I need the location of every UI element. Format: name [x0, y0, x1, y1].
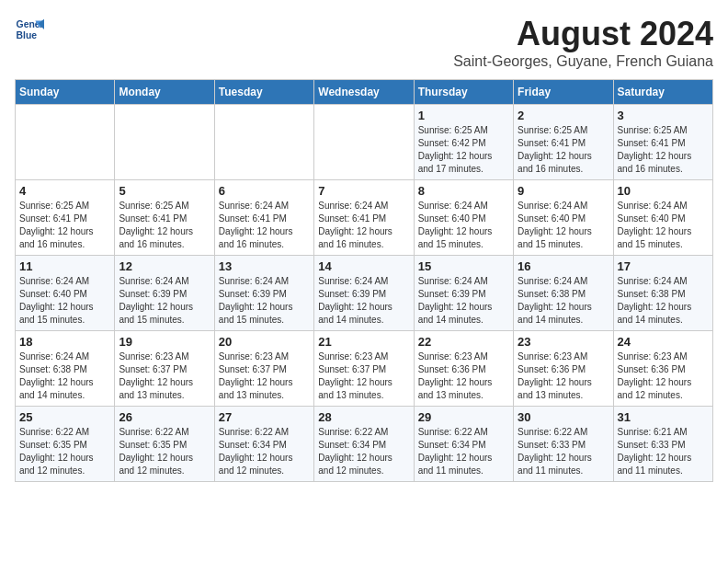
weekday-header-saturday: Saturday [613, 80, 712, 105]
calendar-cell: 18Sunrise: 6:24 AM Sunset: 6:38 PM Dayli… [16, 331, 115, 407]
day-info: Sunrise: 6:22 AM Sunset: 6:34 PM Dayligh… [418, 426, 509, 477]
day-number: 17 [618, 259, 709, 273]
day-number: 10 [618, 184, 709, 198]
day-info: Sunrise: 6:24 AM Sunset: 6:40 PM Dayligh… [618, 200, 709, 251]
calendar-cell: 6Sunrise: 6:24 AM Sunset: 6:41 PM Daylig… [214, 180, 313, 256]
day-info: Sunrise: 6:22 AM Sunset: 6:33 PM Dayligh… [518, 426, 609, 477]
day-number: 13 [219, 259, 310, 273]
day-info: Sunrise: 6:24 AM Sunset: 6:38 PM Dayligh… [518, 275, 609, 327]
day-info: Sunrise: 6:22 AM Sunset: 6:35 PM Dayligh… [19, 426, 110, 477]
calendar-cell: 9Sunrise: 6:24 AM Sunset: 6:40 PM Daylig… [514, 180, 613, 256]
day-info: Sunrise: 6:24 AM Sunset: 6:40 PM Dayligh… [418, 200, 509, 251]
calendar-cell: 31Sunrise: 6:21 AM Sunset: 6:33 PM Dayli… [613, 407, 712, 482]
calendar-week-row: 18Sunrise: 6:24 AM Sunset: 6:38 PM Dayli… [16, 331, 713, 407]
calendar-cell: 10Sunrise: 6:24 AM Sunset: 6:40 PM Dayli… [613, 180, 712, 256]
day-number: 8 [418, 184, 509, 198]
calendar-cell: 21Sunrise: 6:23 AM Sunset: 6:37 PM Dayli… [314, 331, 414, 407]
day-number: 26 [119, 410, 210, 424]
day-info: Sunrise: 6:23 AM Sunset: 6:37 PM Dayligh… [119, 350, 210, 402]
calendar-cell: 17Sunrise: 6:24 AM Sunset: 6:38 PM Dayli… [613, 256, 712, 331]
day-info: Sunrise: 6:22 AM Sunset: 6:34 PM Dayligh… [219, 426, 310, 477]
day-number: 15 [418, 259, 509, 273]
day-info: Sunrise: 6:24 AM Sunset: 6:41 PM Dayligh… [318, 200, 409, 251]
calendar-cell: 19Sunrise: 6:23 AM Sunset: 6:37 PM Dayli… [115, 331, 214, 407]
day-number: 7 [318, 184, 409, 198]
calendar-cell: 12Sunrise: 6:24 AM Sunset: 6:39 PM Dayli… [115, 256, 214, 331]
calendar-week-row: 4Sunrise: 6:25 AM Sunset: 6:41 PM Daylig… [16, 180, 713, 256]
calendar-cell: 20Sunrise: 6:23 AM Sunset: 6:37 PM Dayli… [214, 331, 313, 407]
day-number: 5 [119, 184, 210, 198]
calendar-cell: 13Sunrise: 6:24 AM Sunset: 6:39 PM Dayli… [214, 256, 313, 331]
weekday-header-thursday: Thursday [414, 80, 513, 105]
day-number: 25 [19, 410, 110, 424]
calendar-cell: 8Sunrise: 6:24 AM Sunset: 6:40 PM Daylig… [414, 180, 513, 256]
day-number: 27 [219, 410, 310, 424]
day-number: 31 [618, 410, 709, 424]
calendar-cell: 7Sunrise: 6:24 AM Sunset: 6:41 PM Daylig… [314, 180, 414, 256]
calendar-cell [16, 105, 115, 180]
day-number: 14 [318, 259, 409, 273]
calendar-cell: 27Sunrise: 6:22 AM Sunset: 6:34 PM Dayli… [214, 407, 313, 482]
day-info: Sunrise: 6:23 AM Sunset: 6:36 PM Dayligh… [518, 350, 609, 402]
day-info: Sunrise: 6:23 AM Sunset: 6:37 PM Dayligh… [318, 350, 409, 402]
day-number: 16 [518, 259, 609, 273]
weekday-header-row: SundayMondayTuesdayWednesdayThursdayFrid… [16, 80, 713, 105]
logo: General Blue [15, 15, 44, 44]
day-info: Sunrise: 6:24 AM Sunset: 6:39 PM Dayligh… [119, 275, 210, 327]
day-number: 4 [19, 184, 110, 198]
weekday-header-friday: Friday [514, 80, 613, 105]
calendar-cell: 5Sunrise: 6:25 AM Sunset: 6:41 PM Daylig… [115, 180, 214, 256]
calendar-table: SundayMondayTuesdayWednesdayThursdayFrid… [15, 79, 713, 482]
day-info: Sunrise: 6:25 AM Sunset: 6:41 PM Dayligh… [19, 200, 110, 251]
calendar-cell: 11Sunrise: 6:24 AM Sunset: 6:40 PM Dayli… [16, 256, 115, 331]
day-number: 23 [518, 335, 609, 349]
day-number: 19 [119, 335, 210, 349]
calendar-cell: 16Sunrise: 6:24 AM Sunset: 6:38 PM Dayli… [514, 256, 613, 331]
day-number: 2 [518, 109, 609, 122]
day-number: 21 [318, 335, 409, 349]
subtitle: Saint-Georges, Guyane, French Guiana [453, 53, 713, 70]
day-number: 3 [618, 109, 709, 122]
day-number: 11 [19, 259, 110, 273]
calendar-cell: 24Sunrise: 6:23 AM Sunset: 6:36 PM Dayli… [613, 331, 712, 407]
weekday-header-monday: Monday [115, 80, 214, 105]
day-info: Sunrise: 6:24 AM Sunset: 6:41 PM Dayligh… [219, 200, 310, 251]
day-info: Sunrise: 6:24 AM Sunset: 6:40 PM Dayligh… [19, 275, 110, 327]
day-info: Sunrise: 6:24 AM Sunset: 6:39 PM Dayligh… [318, 275, 409, 327]
calendar-cell [115, 105, 214, 180]
calendar-cell: 28Sunrise: 6:22 AM Sunset: 6:34 PM Dayli… [314, 407, 414, 482]
day-number: 28 [318, 410, 409, 424]
day-info: Sunrise: 6:24 AM Sunset: 6:38 PM Dayligh… [19, 350, 110, 402]
weekday-header-tuesday: Tuesday [214, 80, 313, 105]
calendar-cell: 2Sunrise: 6:25 AM Sunset: 6:41 PM Daylig… [514, 105, 613, 180]
calendar-week-row: 25Sunrise: 6:22 AM Sunset: 6:35 PM Dayli… [16, 407, 713, 482]
day-number: 30 [518, 410, 609, 424]
calendar-cell [314, 105, 414, 180]
day-info: Sunrise: 6:22 AM Sunset: 6:35 PM Dayligh… [119, 426, 210, 477]
calendar-cell: 30Sunrise: 6:22 AM Sunset: 6:33 PM Dayli… [514, 407, 613, 482]
day-number: 22 [418, 335, 509, 349]
day-number: 18 [19, 335, 110, 349]
day-info: Sunrise: 6:22 AM Sunset: 6:34 PM Dayligh… [318, 426, 409, 477]
weekday-header-sunday: Sunday [16, 80, 115, 105]
day-info: Sunrise: 6:23 AM Sunset: 6:37 PM Dayligh… [219, 350, 310, 402]
calendar-cell: 4Sunrise: 6:25 AM Sunset: 6:41 PM Daylig… [16, 180, 115, 256]
page-header: General Blue August 2024 Saint-Georges, … [15, 15, 713, 70]
day-info: Sunrise: 6:23 AM Sunset: 6:36 PM Dayligh… [618, 350, 709, 402]
title-section: August 2024 Saint-Georges, Guyane, Frenc… [453, 15, 713, 70]
day-info: Sunrise: 6:24 AM Sunset: 6:40 PM Dayligh… [518, 200, 609, 251]
logo-icon: General Blue [15, 15, 44, 44]
day-info: Sunrise: 6:24 AM Sunset: 6:39 PM Dayligh… [418, 275, 509, 327]
day-number: 9 [518, 184, 609, 198]
weekday-header-wednesday: Wednesday [314, 80, 414, 105]
day-number: 24 [618, 335, 709, 349]
calendar-cell: 29Sunrise: 6:22 AM Sunset: 6:34 PM Dayli… [414, 407, 513, 482]
day-info: Sunrise: 6:24 AM Sunset: 6:38 PM Dayligh… [618, 275, 709, 327]
main-title: August 2024 [453, 15, 713, 53]
day-info: Sunrise: 6:25 AM Sunset: 6:41 PM Dayligh… [518, 124, 609, 176]
calendar-cell: 25Sunrise: 6:22 AM Sunset: 6:35 PM Dayli… [16, 407, 115, 482]
day-number: 6 [219, 184, 310, 198]
day-number: 20 [219, 335, 310, 349]
calendar-cell [214, 105, 313, 180]
calendar-cell: 14Sunrise: 6:24 AM Sunset: 6:39 PM Dayli… [314, 256, 414, 331]
